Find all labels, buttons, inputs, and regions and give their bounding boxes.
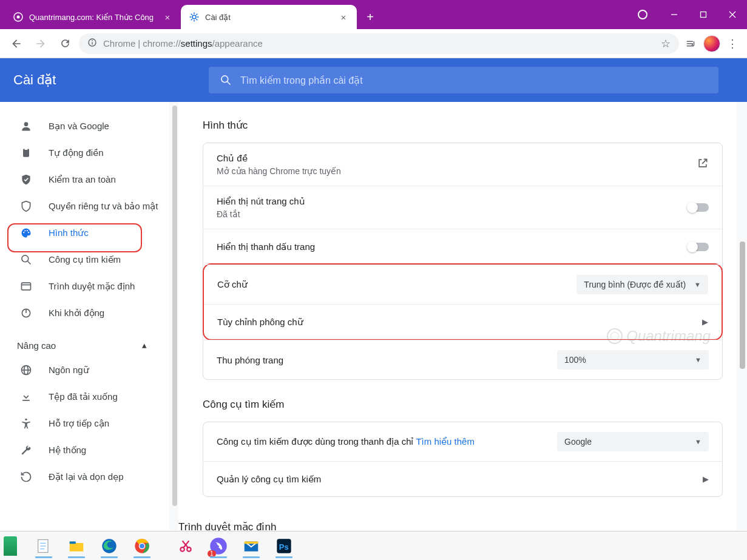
taskbar-app-photoshop[interactable]: Ps [269,533,299,559]
settings-gear-icon [189,12,199,22]
svg-point-18 [221,76,228,83]
customize-fonts-label: Tùy chỉnh phông chữ [217,317,303,328]
sidebar-label: Trình duyệt mặc định [49,281,135,292]
sidebar-label: Kiểm tra an toàn [49,174,116,185]
svg-point-36 [25,419,27,420]
taskbar-app-snip[interactable] [171,533,200,559]
close-icon[interactable]: × [163,12,172,22]
reload-button[interactable] [55,33,75,54]
sidebar-scrollbar[interactable] [169,102,178,531]
row-home-button: Hiển thị nút trang chủ Đã tắt [203,186,722,229]
chevron-down-icon: ▼ [695,438,701,445]
sidebar-item-accessibility[interactable]: Hỗ trợ tiếp cận [0,410,166,437]
site-info-icon[interactable] [87,38,97,49]
section-title-search-engine: Công cụ tìm kiếm [203,398,723,411]
sidebar-item-system[interactable]: Hệ thống [0,437,166,464]
open-external-icon[interactable] [697,157,709,172]
row-theme[interactable]: Chủ đề Mở cửa hàng Chrome trực tuyến [203,143,722,186]
settings-app-title: Cài đặt [13,72,195,88]
maximize-button[interactable] [689,4,718,25]
forward-button[interactable] [30,33,51,54]
content-scrollbar[interactable] [737,102,747,531]
chevron-up-icon: ▴ [142,340,147,351]
taskbar-app-viber[interactable]: 1 [204,533,233,559]
bookmark-star-icon[interactable]: ☆ [661,37,671,50]
svg-point-1 [17,16,20,19]
sidebar-label: Hệ thống [49,445,86,456]
svg-point-27 [22,255,29,262]
taskbar-app-notepad[interactable] [29,533,58,559]
kebab-menu-icon[interactable]: ⋮ [724,37,741,50]
browser-icon [19,280,33,293]
select-page-zoom[interactable]: 100% ▼ [557,350,709,369]
tab-title: Cài đặt [205,13,333,22]
person-icon [19,120,33,133]
restore-icon [19,470,33,484]
accessibility-icon [19,417,33,430]
settings-header: Cài đặt Tìm kiếm trong phần cài đặt [0,58,747,102]
window-controls [638,0,747,29]
globe-icon [19,363,33,377]
close-icon[interactable]: × [339,12,348,22]
browser-titlebar: Quantrimang.com: Kiến Thức Công × Cài đặ… [0,0,747,29]
taskbar-app-mail[interactable] [237,533,266,559]
sidebar-item-autofill[interactable]: Tự động điền [0,140,166,166]
address-host: settings [181,38,212,49]
row-customize-fonts[interactable]: Tùy chỉnh phông chữ ▶ [204,304,722,339]
sidebar-label: Ngôn ngữ [49,365,89,376]
select-font-size[interactable]: Trung bình (Được đề xuất) ▼ [576,275,708,294]
appearance-card: Chủ đề Mở cửa hàng Chrome trực tuyến Hiể… [203,143,723,380]
sidebar-item-on-startup[interactable]: Khi khởi động [0,300,166,326]
svg-rect-29 [22,283,31,290]
back-button[interactable] [6,33,27,54]
sidebar-item-languages[interactable]: Ngôn ngữ [0,357,166,383]
taskbar-app-explorer[interactable] [62,533,91,559]
row-manage-search[interactable]: Quản lý công cụ tìm kiếm ▶ [203,461,722,496]
row-bookmarks-bar: Hiển thị thanh dấu trang [203,229,722,264]
sidebar-advanced-toggle[interactable]: Nâng cao ▴ [0,326,164,357]
svg-text:Ps: Ps [279,542,289,551]
clipboard-icon [19,146,33,160]
toggle-home-button[interactable] [688,203,709,212]
badge: 1 [208,550,216,557]
learn-more-link[interactable]: Tìm hiểu thêm [416,436,475,447]
sidebar-item-downloads[interactable]: Tệp đã tải xuống [0,383,166,410]
taskbar-app-joplin[interactable] [4,536,17,556]
settings-sidebar: Bạn và Google Tự động điền Kiểm tra an t… [0,102,178,531]
sidebar-item-privacy[interactable]: Quyền riêng tư và bảo mật [0,193,166,220]
section-title-appearance: Hình thức [203,119,723,132]
svg-line-49 [183,541,188,547]
sidebar-item-search-engine[interactable]: Công cụ tìm kiếm [0,246,166,273]
tab-active[interactable]: Cài đặt × [181,5,357,29]
svg-rect-52 [245,541,259,544]
sidebar-item-safety-check[interactable]: Kiểm tra an toàn [0,166,166,193]
media-control-icon[interactable] [683,38,700,49]
settings-search-box[interactable]: Tìm kiếm trong phần cài đặt [209,67,718,93]
chevron-right-icon: ▶ [702,317,708,326]
close-window-button[interactable] [718,4,747,25]
svg-point-26 [28,232,29,233]
address-bar[interactable]: Chrome | chrome://settings/appearance ☆ [79,33,679,54]
taskbar-app-chrome[interactable] [127,533,157,559]
new-tab-button[interactable]: + [360,7,380,27]
sidebar-item-you-and-google[interactable]: Bạn và Google [0,113,166,140]
tracker-icon[interactable] [638,10,647,19]
sidebar-item-appearance[interactable]: Hình thức [0,220,166,246]
profile-avatar[interactable] [703,35,720,52]
font-size-label: Cỡ chữ [217,279,248,290]
tab-inactive[interactable]: Quantrimang.com: Kiến Thức Công × [5,5,181,29]
sidebar-item-reset[interactable]: Đặt lại và dọn dẹp [0,464,166,490]
svg-line-48 [183,541,189,547]
sidebar-label: Tự động điền [49,147,104,158]
sidebar-item-default-browser[interactable]: Trình duyệt mặc định [0,273,166,300]
windows-taskbar: 1 Ps [0,531,747,560]
highlight-annotation: Cỡ chữ Trung bình (Được đề xuất) ▼ Tùy c… [203,263,723,340]
address-prefix: Chrome [103,38,135,49]
svg-rect-12 [701,12,706,18]
toggle-bookmarks-bar[interactable] [688,243,709,251]
select-search-engine[interactable]: Google ▼ [557,432,709,451]
select-value: 100% [564,355,586,365]
sidebar-label: Đặt lại và dọn dẹp [49,471,124,482]
minimize-button[interactable] [660,4,689,25]
taskbar-app-edge[interactable] [95,533,124,559]
